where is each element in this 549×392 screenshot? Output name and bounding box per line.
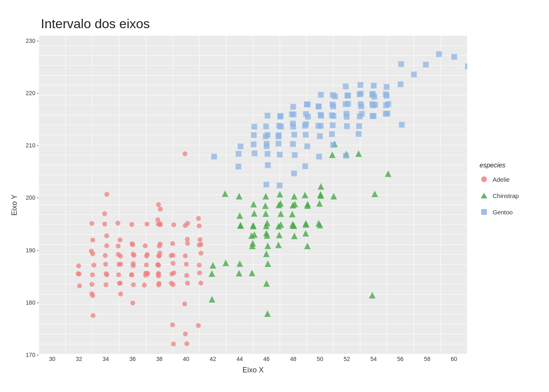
- chinstrap-point: [237, 222, 244, 229]
- svg-point-50: [481, 176, 487, 182]
- chinstrap-point: [263, 210, 269, 217]
- adelie-point: [92, 263, 96, 267]
- adelie-point: [183, 254, 188, 258]
- x-tick-38: 38: [146, 356, 173, 364]
- chart-area: Eixo Y 230 -220 -210 -200 -190 -180 -170…: [8, 36, 541, 374]
- x-tick-50: 50: [307, 356, 334, 364]
- adelie-point: [156, 202, 161, 207]
- chinstrap-point: [355, 150, 362, 157]
- gentoo-point: [399, 122, 405, 127]
- adelie-point: [145, 252, 150, 257]
- adelie-point: [118, 292, 123, 296]
- gentoo-point: [318, 113, 324, 119]
- gentoo-point: [359, 103, 364, 109]
- gentoo-point: [290, 141, 296, 147]
- y-tick-230: 230 -: [26, 38, 39, 44]
- legend-item-chinstrap: Chinstrap: [480, 191, 541, 200]
- adelie-point: [118, 238, 123, 243]
- adelie-point: [170, 253, 175, 258]
- gentoo-point: [343, 153, 349, 158]
- adelie-point: [158, 222, 163, 227]
- gentoo-point: [291, 171, 297, 176]
- adelie-point: [77, 272, 82, 276]
- chinstrap-point: [369, 292, 375, 298]
- gentoo-point: [290, 104, 296, 109]
- chinstrap-point: [289, 221, 296, 227]
- legend-icon-chinstrap: [480, 191, 489, 200]
- adelie-point: [118, 262, 123, 267]
- gentoo-point: [277, 152, 283, 158]
- adelie-point: [90, 238, 95, 243]
- adelie-point: [197, 223, 202, 228]
- legend-items: AdelieChinstrapGentoo: [480, 175, 541, 224]
- gentoo-point: [330, 142, 336, 148]
- adelie-point: [142, 283, 147, 287]
- adelie-point: [103, 262, 108, 267]
- adelie-point: [199, 281, 203, 285]
- adelie-point: [89, 221, 94, 226]
- svg-marker-51: [481, 193, 487, 198]
- chinstrap-point: [210, 262, 216, 269]
- gentoo-point: [292, 152, 298, 158]
- gentoo-point: [343, 101, 348, 107]
- gentoo-point: [211, 154, 217, 159]
- gentoo-point: [356, 131, 362, 137]
- y-tick-180: 180 -: [26, 299, 39, 306]
- gentoo-point: [277, 114, 283, 120]
- legend-label-gentoo: Gentoo: [493, 209, 513, 216]
- x-tick-40: 40: [173, 356, 200, 364]
- x-tick-46: 46: [253, 356, 280, 364]
- x-tick-34: 34: [92, 356, 119, 364]
- chinstrap-point: [263, 250, 270, 257]
- gentoo-point: [344, 93, 350, 98]
- svg-rect-52: [481, 209, 487, 215]
- gentoo-point: [343, 84, 348, 89]
- chinstrap-point: [291, 193, 297, 200]
- adelie-point: [184, 262, 189, 267]
- gentoo-point: [265, 132, 270, 138]
- adelie-point: [185, 281, 190, 285]
- adelie-point: [197, 271, 202, 276]
- adelie-point: [102, 211, 107, 216]
- gentoo-point: [265, 151, 270, 157]
- chinstrap-point: [330, 193, 337, 199]
- adelie-point: [196, 216, 201, 221]
- adelie-point: [77, 283, 82, 288]
- gentoo-point: [303, 111, 309, 117]
- x-tick-48: 48: [280, 356, 307, 364]
- gentoo-point: [316, 103, 321, 109]
- adelie-point: [145, 222, 150, 227]
- chinstrap-point: [209, 296, 215, 303]
- adelie-point: [158, 242, 163, 247]
- adelie-point: [129, 222, 134, 227]
- legend: especies AdelieChinstrapGentoo: [467, 36, 541, 374]
- adelie-point: [183, 223, 188, 228]
- x-tick-56: 56: [387, 356, 414, 364]
- adelie-point: [171, 261, 176, 266]
- gentoo-point: [252, 151, 257, 156]
- adelie-point: [156, 271, 161, 276]
- gentoo-point: [370, 102, 376, 108]
- gentoo-point: [263, 182, 269, 187]
- adelie-point: [158, 207, 163, 212]
- gentoo-point: [316, 154, 322, 159]
- gentoo-point: [291, 111, 297, 117]
- gentoo-point: [317, 133, 323, 139]
- adelie-point: [116, 220, 121, 225]
- chinstrap-point: [263, 280, 270, 287]
- x-axis-ticks: 30323436384042444648505254565860: [39, 354, 467, 364]
- gentoo-point: [330, 122, 335, 128]
- gentoo-point: [423, 62, 428, 67]
- adelie-point: [129, 241, 134, 246]
- gentoo-point: [465, 64, 467, 69]
- gentoo-point: [384, 93, 389, 99]
- gentoo-point: [370, 91, 375, 97]
- y-tick-190: 190 -: [26, 247, 39, 254]
- plot-wrapper: 30323436384042444648505254565860 Eixo X: [39, 36, 467, 374]
- chinstrap-point: [275, 242, 282, 248]
- y-tick-220: 220 -: [26, 90, 39, 96]
- adelie-point: [185, 237, 190, 242]
- x-tick-36: 36: [119, 356, 146, 364]
- adelie-point: [116, 272, 121, 277]
- gentoo-point: [398, 61, 404, 67]
